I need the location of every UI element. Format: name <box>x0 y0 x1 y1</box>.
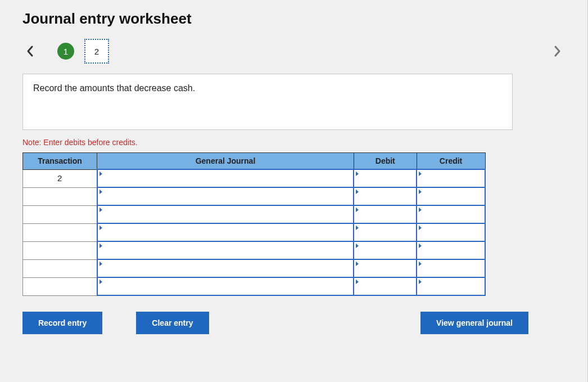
transaction-cell[interactable] <box>23 277 97 295</box>
general-journal-cell[interactable] <box>97 259 354 277</box>
instruction-text: Record the amounts that decrease cash. <box>33 83 195 93</box>
general-journal-cell[interactable] <box>97 223 354 241</box>
header-debit: Debit <box>354 153 417 170</box>
table-row <box>23 223 486 241</box>
chevron-right-icon[interactable] <box>549 43 565 59</box>
general-journal-cell[interactable] <box>97 187 354 205</box>
credit-cell[interactable] <box>417 223 485 241</box>
credit-cell[interactable] <box>417 205 485 223</box>
table-row: 2 <box>23 169 486 187</box>
credit-cell[interactable] <box>417 277 485 295</box>
view-general-journal-button[interactable]: View general journal <box>420 312 528 334</box>
step-2[interactable]: 2 <box>84 39 109 64</box>
clear-entry-button[interactable]: Clear entry <box>136 312 209 334</box>
step-label: 2 <box>94 47 99 56</box>
general-journal-cell[interactable] <box>97 277 354 295</box>
debit-cell[interactable] <box>354 241 417 259</box>
credit-cell[interactable] <box>417 169 485 187</box>
general-journal-cell[interactable] <box>97 241 354 259</box>
table-row <box>23 187 486 205</box>
transaction-value: 2 <box>23 170 97 186</box>
debit-cell[interactable] <box>354 169 417 187</box>
credit-cell[interactable] <box>417 241 485 259</box>
transaction-cell[interactable] <box>23 205 97 223</box>
debit-cell[interactable] <box>354 187 417 205</box>
step-label: 1 <box>64 47 68 56</box>
page-title: Journal entry worksheet <box>22 10 565 28</box>
transaction-cell[interactable] <box>23 187 97 205</box>
table-row <box>23 205 486 223</box>
table-row <box>23 259 486 277</box>
debit-cell[interactable] <box>354 223 417 241</box>
table-row <box>23 241 486 259</box>
transaction-cell[interactable] <box>23 223 97 241</box>
note-text: Note: Enter debits before credits. <box>22 138 565 147</box>
pager: 1 2 <box>22 38 565 65</box>
credit-cell[interactable] <box>417 187 485 205</box>
transaction-cell[interactable] <box>23 259 97 277</box>
header-general-journal: General Journal <box>97 153 354 170</box>
journal-table: Transaction General Journal Debit Credit… <box>22 152 486 296</box>
general-journal-cell[interactable] <box>97 205 354 223</box>
header-transaction: Transaction <box>23 153 97 170</box>
chevron-left-icon[interactable] <box>22 43 38 59</box>
table-row <box>23 277 486 295</box>
transaction-cell[interactable]: 2 <box>23 169 97 187</box>
debit-cell[interactable] <box>354 205 417 223</box>
debit-cell[interactable] <box>354 277 417 295</box>
instruction-box: Record the amounts that decrease cash. <box>22 74 513 130</box>
record-entry-button[interactable]: Record entry <box>22 312 102 334</box>
step-1[interactable]: 1 <box>57 43 74 60</box>
transaction-cell[interactable] <box>23 241 97 259</box>
header-credit: Credit <box>417 153 485 170</box>
debit-cell[interactable] <box>354 259 417 277</box>
credit-cell[interactable] <box>417 259 485 277</box>
general-journal-cell[interactable] <box>97 169 354 187</box>
